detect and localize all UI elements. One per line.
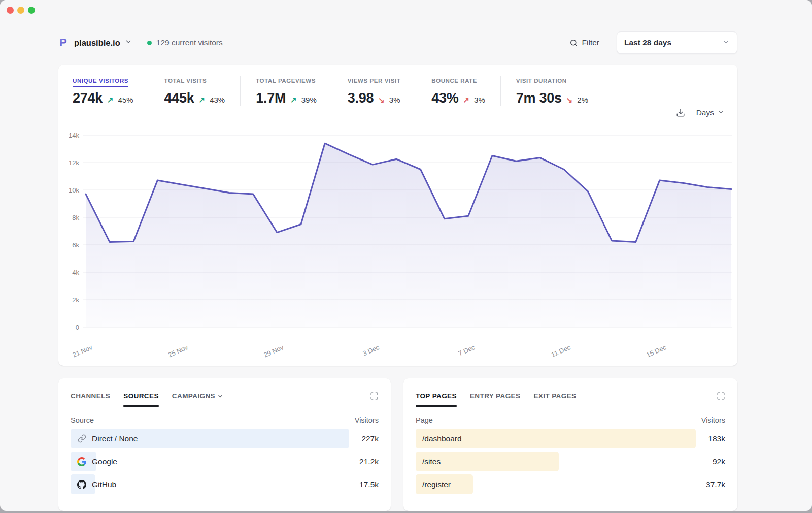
row-label: /sites	[422, 457, 441, 466]
date-range-value: Last 28 days	[624, 38, 671, 47]
stat-unique-visitors[interactable]: UNIQUE VISITORS 274k ↗ 45%	[73, 76, 149, 106]
svg-text:6k: 6k	[72, 241, 79, 249]
date-range-select[interactable]: Last 28 days	[617, 31, 737, 54]
row-label: /register	[422, 480, 451, 489]
tab-channels[interactable]: CHANNELS	[71, 392, 110, 400]
svg-text:7 Dec: 7 Dec	[457, 343, 477, 358]
zoom-button[interactable]	[28, 7, 35, 14]
svg-text:3 Dec: 3 Dec	[361, 343, 381, 358]
list-item[interactable]: Google21.2k	[71, 452, 379, 471]
plausible-logo-icon: P	[58, 37, 70, 49]
list-item[interactable]: GitHub17.5k	[71, 474, 379, 494]
visitors-chart: 02k4k6k8k10k12k14k21 Nov25 Nov29 Nov3 De…	[65, 127, 738, 362]
svg-text:11 Dec: 11 Dec	[550, 343, 572, 359]
list-item[interactable]: /dashboard183k	[416, 429, 725, 448]
minimize-button[interactable]	[17, 7, 24, 14]
tab-entry-pages[interactable]: ENTRY PAGES	[470, 392, 520, 400]
trend-up-icon: ↗	[290, 95, 297, 105]
expand-icon[interactable]	[717, 392, 725, 400]
tab-campaigns[interactable]: CAMPAIGNS	[172, 392, 223, 400]
pages-tabs: TOP PAGESENTRY PAGESEXIT PAGES	[416, 392, 576, 400]
list-item[interactable]: /sites92k	[416, 452, 725, 471]
trend-up-icon: ↗	[199, 95, 206, 105]
svg-text:2k: 2k	[72, 296, 79, 304]
close-button[interactable]	[7, 7, 14, 14]
row-value: 183k	[708, 434, 725, 443]
pages-panel: TOP PAGESENTRY PAGESEXIT PAGES Page Visi…	[403, 378, 737, 511]
google-icon	[77, 457, 86, 466]
expand-icon[interactable]	[370, 392, 379, 400]
chevron-down-icon	[722, 38, 730, 48]
live-dot-icon	[147, 41, 152, 45]
row-label: GitHub	[92, 480, 116, 489]
row-label: Google	[92, 457, 117, 466]
svg-text:10k: 10k	[69, 186, 79, 194]
svg-text:0: 0	[76, 324, 79, 331]
row-value: 92k	[713, 457, 725, 466]
list-item[interactable]: /register37.7k	[416, 474, 725, 494]
row-value: 17.5k	[359, 480, 379, 489]
chevron-down-icon	[125, 38, 132, 47]
trend-down-icon: ↘	[566, 95, 573, 105]
svg-text:12k: 12k	[69, 159, 79, 167]
visitors-card: UNIQUE VISITORS 274k ↗ 45% TOTAL VISITS …	[58, 65, 737, 366]
sources-tabs: CHANNELSSOURCESCAMPAIGNS	[71, 392, 223, 400]
site-switcher[interactable]: P plausible.io	[58, 37, 132, 49]
sources-panel: CHANNELSSOURCESCAMPAIGNS Source Visitors…	[58, 378, 391, 511]
pages-list: /dashboard183k/sites92k/register37.7k	[416, 429, 725, 494]
column-header-visitors: Visitors	[355, 416, 379, 424]
tab-exit-pages[interactable]: EXIT PAGES	[533, 392, 576, 400]
site-name: plausible.io	[74, 38, 120, 48]
github-icon	[77, 480, 86, 489]
svg-text:25 Nov: 25 Nov	[167, 343, 189, 359]
current-visitors-label: 129 current visitors	[156, 38, 223, 47]
filter-label: Filter	[582, 38, 599, 47]
row-value: 21.2k	[359, 457, 379, 466]
row-label: /dashboard	[422, 434, 462, 443]
tab-sources[interactable]: SOURCES	[123, 392, 159, 400]
trend-up-icon: ↗	[463, 95, 470, 105]
row-value: 37.7k	[706, 480, 725, 489]
search-icon	[569, 39, 578, 47]
chevron-down-icon	[718, 108, 724, 117]
window-titlebar	[0, 0, 812, 20]
row-value: 227k	[361, 434, 379, 443]
svg-text:4k: 4k	[72, 269, 79, 276]
link-icon	[77, 434, 86, 443]
column-header-page: Page	[416, 416, 433, 424]
top-stats: UNIQUE VISITORS 274k ↗ 45% TOTAL VISITS …	[58, 65, 737, 106]
tab-top-pages[interactable]: TOP PAGES	[416, 392, 457, 400]
svg-text:14k: 14k	[69, 132, 79, 139]
interval-label: Days	[696, 108, 714, 117]
app-window: P plausible.io 129 current visitors Filt…	[0, 0, 812, 511]
trend-down-icon: ↘	[378, 95, 385, 105]
dashboard-header: P plausible.io 129 current visitors Filt…	[58, 31, 737, 54]
svg-text:P: P	[59, 37, 67, 49]
list-item[interactable]: Direct / None227k	[71, 429, 379, 448]
column-header-visitors: Visitors	[701, 416, 725, 424]
sources-list: Direct / None227kGoogle21.2kGitHub17.5k	[71, 429, 379, 494]
column-header-source: Source	[71, 416, 94, 424]
stat-total-visits[interactable]: TOTAL VISITS 445k ↗ 43%	[149, 76, 241, 106]
stat-visit-duration[interactable]: VISIT DURATION 7m 30s ↘ 2%	[500, 76, 603, 106]
svg-text:21 Nov: 21 Nov	[71, 343, 93, 359]
interval-select[interactable]: Days	[696, 108, 724, 117]
svg-text:15 Dec: 15 Dec	[645, 343, 667, 359]
stat-bounce-rate[interactable]: BOUNCE RATE 43% ↗ 3%	[416, 76, 500, 106]
stat-views-per-visit[interactable]: VIEWS PER VISIT 3.98 ↘ 3%	[332, 76, 416, 106]
current-visitors[interactable]: 129 current visitors	[147, 38, 223, 47]
trend-up-icon: ↗	[107, 95, 114, 105]
row-label: Direct / None	[92, 434, 138, 443]
download-icon[interactable]	[676, 108, 685, 117]
filter-button[interactable]: Filter	[569, 38, 599, 47]
svg-text:29 Nov: 29 Nov	[262, 343, 285, 359]
stat-total-pageviews[interactable]: TOTAL PAGEVIEWS 1.7M ↗ 39%	[240, 76, 332, 106]
svg-text:8k: 8k	[72, 214, 79, 221]
